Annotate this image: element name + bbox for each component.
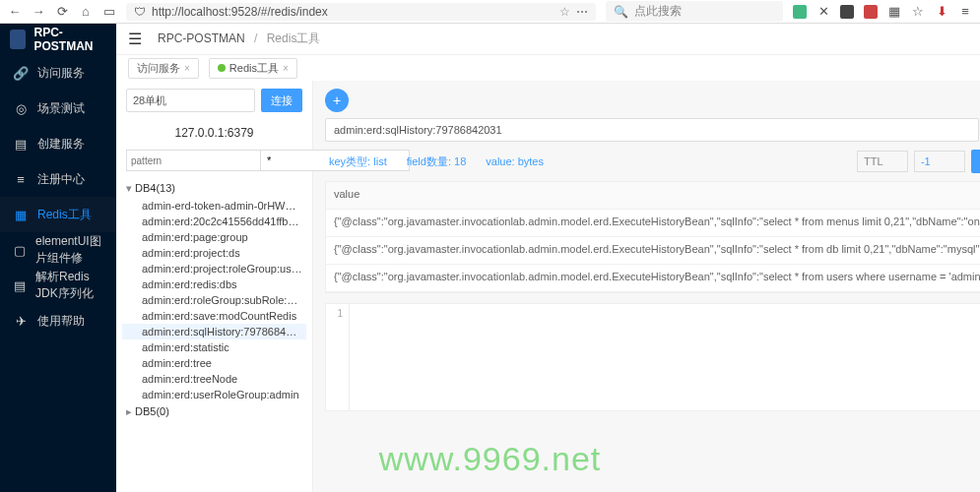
close-icon[interactable]: × [283, 63, 289, 74]
parse-icon: ▤ [14, 278, 26, 292]
sidebar-item-scene[interactable]: ◎场景测试 [0, 91, 116, 126]
extensions: ✕ ▦ ☆ ⬇ ≡ [793, 5, 972, 19]
sidebar-item-help[interactable]: ✈使用帮助 [0, 303, 116, 338]
search-placeholder: 点此搜索 [634, 3, 682, 20]
logo-text: RPC-POSTMAN [33, 26, 106, 53]
key-name-input[interactable]: admin:erd:sqlHistory:79786842031 [325, 118, 979, 142]
home-icon[interactable]: ⌂ [79, 5, 93, 19]
url-bar[interactable]: 🛡 http://localhost:9528/#/redis/index ☆ … [126, 3, 596, 21]
tree-key[interactable]: admin:erd:roleGroup:subRole:20c2c41 [122, 292, 306, 308]
sidebar-item-jdk[interactable]: ▤解析Redis JDK序列化 [0, 268, 116, 303]
set-ttl-button[interactable]: 设置TTL [971, 150, 980, 173]
sidebar-item-redis[interactable]: ▦Redis工具 [0, 197, 116, 232]
logo: RPC-POSTMAN [0, 24, 116, 55]
bookmark-icon[interactable]: ☆ [911, 5, 925, 19]
browser-toolbar: ← → ⟳ ⌂ ▭ 🛡 http://localhost:9528/#/redi… [0, 0, 980, 24]
tree-key[interactable]: admin:erd:userRoleGroup:admin [122, 387, 306, 402]
more-icon[interactable]: ⋯ [576, 5, 588, 19]
ttl-label: TTL [857, 151, 908, 172]
tree-key[interactable]: admin:erd:save:modCountRedis [122, 308, 306, 324]
ext-icon-1[interactable] [840, 5, 854, 19]
forward-icon[interactable]: → [32, 5, 45, 19]
close-icon[interactable]: × [184, 63, 190, 74]
table-row: {"@class":"org.javamaster.invocationlab.… [326, 210, 980, 237]
shield-icon: 🛡 [134, 5, 146, 19]
key-tree: DB4(13) admin-erd-token-admin-0rHWXLdGnJ… [116, 175, 312, 425]
sidebar-item-service[interactable]: 🔗访问服务 [0, 55, 116, 91]
code-editor[interactable]: 1 [325, 303, 980, 411]
app-sidebar: RPC-POSTMAN 🔗访问服务 ◎场景测试 ▤创建服务 ≡注册中心 ▦Red… [0, 24, 116, 492]
send-icon: ✈ [14, 314, 28, 328]
tree-key[interactable]: admin:erd:tree [122, 355, 306, 371]
menu-icon[interactable]: ≡ [958, 5, 972, 19]
sidebar-item-registry[interactable]: ≡注册中心 [0, 161, 116, 197]
back-icon[interactable]: ← [8, 5, 22, 19]
tree-key[interactable]: admin:erd:20c2c41556dd41ffb4fb2290 [122, 214, 306, 229]
line-number: 1 [326, 304, 350, 410]
th-value: value [326, 182, 980, 209]
logo-icon [10, 30, 26, 49]
image-icon: ▢ [14, 243, 26, 257]
target-icon: ◎ [14, 101, 28, 115]
tree-db4[interactable]: DB4(13) [122, 179, 306, 198]
connection-select[interactable]: 28单机 [126, 89, 255, 112]
pattern-label-input[interactable] [126, 150, 261, 171]
reload-icon[interactable]: ⟳ [55, 5, 69, 19]
sidebar-item-create[interactable]: ▤创建服务 [0, 126, 116, 161]
link-icon: 🔗 [14, 66, 28, 80]
download-icon[interactable]: ▭ [102, 5, 116, 19]
url-text: http://localhost:9528/#/redis/index [152, 5, 328, 19]
tree-db5[interactable]: DB5(0) [122, 402, 306, 421]
key-info: key类型: list field数量: 18 value: bytes TTL… [325, 148, 980, 175]
list-icon: ≡ [14, 172, 28, 186]
breadcrumb: RPC-POSTMAN / Redis工具 [158, 31, 320, 47]
search-icon: 🔍 [614, 5, 628, 19]
tree-key[interactable]: admin:erd:page:group [122, 229, 306, 245]
ext-icon-2[interactable] [864, 5, 878, 19]
hamburger-icon[interactable]: ☰ [128, 30, 142, 48]
table-row: {"@class":"org.javamaster.invocationlab.… [326, 237, 980, 265]
browser-search[interactable]: 🔍 点此搜索 [606, 1, 783, 22]
connect-button[interactable]: 连接 [261, 89, 302, 112]
tree-key[interactable]: admin:erd:project:roleGroup:user:20c2 [122, 261, 306, 277]
close-ext-icon[interactable]: ✕ [817, 5, 830, 19]
tabs: 访问服务× Redis工具× [116, 55, 980, 81]
tree-key[interactable]: admin:erd:project:ds [122, 245, 306, 261]
tree-key[interactable]: admin:erd:treeNode [122, 371, 306, 387]
grid-icon: ▦ [14, 208, 28, 221]
add-button[interactable]: + [325, 89, 349, 112]
downloads-icon[interactable]: ⬇ [935, 5, 948, 19]
star-icon[interactable]: ☆ [559, 5, 570, 19]
header: ☰ RPC-POSTMAN / Redis工具 清空本地存储 [116, 24, 980, 55]
tree-key[interactable]: admin:erd:redis:dbs [122, 277, 306, 292]
vue-ext-icon[interactable] [793, 5, 807, 19]
tree-key[interactable]: admin-erd-token-admin-0rHWXLdGnJl [122, 198, 306, 214]
tree-key-selected[interactable]: admin:erd:sqlHistory:79786842031 [122, 324, 306, 339]
ttl-value-input[interactable]: -1 [914, 151, 965, 172]
tab-service[interactable]: 访问服务× [128, 58, 199, 79]
apps-icon[interactable]: ▦ [887, 5, 901, 19]
value-table: value操作 {"@class":"org.javamaster.invoca… [325, 181, 980, 293]
value-panel: + admin:erd:sqlHistory:79786842031 重命名ke… [313, 81, 980, 492]
table-row: {"@class":"org.javamaster.invocationlab.… [326, 265, 980, 292]
tree-key[interactable]: admin:erd:statistic [122, 339, 306, 355]
doc-icon: ▤ [14, 137, 28, 151]
host-label: 127.0.0.1:6379 [116, 120, 312, 146]
sidebar-item-elementui[interactable]: ▢elementUI图片组件修 [0, 232, 116, 268]
active-dot-icon [218, 64, 226, 72]
redis-tree-panel: 28单机 连接 127.0.0.1:6379 DB4(13) admin-erd… [116, 81, 313, 492]
tab-redis[interactable]: Redis工具× [209, 58, 297, 79]
